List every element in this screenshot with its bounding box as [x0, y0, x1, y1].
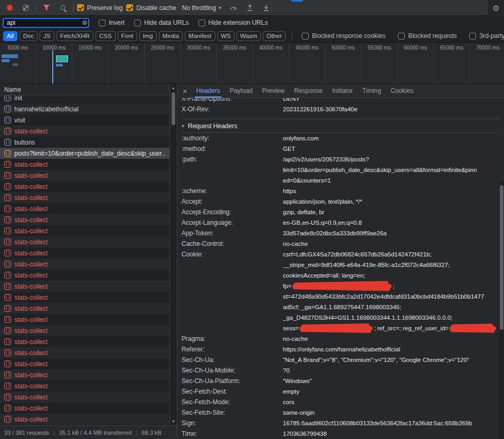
request-row[interactable]: {}stats-collect [0, 259, 169, 270]
request-row[interactable]: {}stats-collect [0, 403, 169, 414]
filter-toggle-button[interactable] [40, 2, 53, 14]
tab-timing[interactable]: Timing [358, 84, 386, 98]
network-overview[interactable]: 5000 ms10000 ms15000 ms20000 ms25000 ms3… [0, 43, 504, 84]
request-row[interactable]: {}stats-collect [0, 181, 169, 192]
tab-preview[interactable]: Preview [258, 84, 290, 98]
record-button[interactable] [3, 2, 16, 14]
request-row[interactable]: {}stats-collect [0, 126, 169, 137]
clear-input-icon[interactable]: ⊗ [82, 19, 88, 26]
throttling-select[interactable]: No throttling ▾ [180, 4, 224, 12]
scrollbar-thumb[interactable] [172, 92, 175, 125]
request-row[interactable]: {}stats-collect [0, 392, 169, 403]
header-value-line: __stripe_mid=9df140f6-e64a-419e-85fc-a1c… [283, 260, 499, 270]
scrollbar-thumb[interactable] [500, 185, 503, 330]
request-row[interactable]: {}stats-collect [0, 325, 169, 336]
timeline-tick-label: 15000 ms [79, 45, 102, 51]
resource-type-filters: AllDocJSFetch/XHRCSSFontImgMediaManifest… [3, 31, 286, 41]
tab-response[interactable]: Response [289, 84, 327, 98]
tab-headers[interactable]: Headers [192, 84, 225, 98]
extra-filter-checkbox-0[interactable]: Blocked response cookies [302, 32, 385, 40]
name-column-header[interactable]: Name [0, 84, 169, 96]
chevron-down-icon: ▾ [218, 5, 221, 11]
request-list-scrollbar[interactable]: ▲ ▼ [170, 84, 177, 425]
type-filter-js[interactable]: JS [40, 31, 54, 41]
tab-payload[interactable]: Payload [225, 84, 257, 98]
type-filter-wasm[interactable]: Wasm [236, 31, 261, 41]
details-scrollbar[interactable] [499, 182, 504, 439]
request-row[interactable]: {}buttons [0, 137, 169, 148]
export-har-button[interactable] [260, 2, 272, 14]
request-row[interactable]: {}stats-collect [0, 203, 169, 214]
script-file-icon: {} [4, 250, 11, 256]
type-filter-other[interactable]: Other [263, 31, 286, 41]
type-filter-img[interactable]: Img [139, 31, 157, 41]
request-name: stats-collect [14, 272, 47, 279]
type-filter-manifest[interactable]: Manifest [185, 31, 215, 41]
request-row[interactable]: {}stats-collect [0, 192, 169, 203]
request-name: stats-collect [14, 238, 47, 246]
request-row[interactable]: {}stats-collect [0, 214, 169, 225]
tab-cookies[interactable]: Cookies [386, 84, 418, 98]
scroll-down-icon[interactable]: ▼ [172, 419, 175, 423]
type-filter-css[interactable]: CSS [96, 31, 116, 41]
header-value-line: onlyfans.com [283, 133, 499, 144]
request-row[interactable]: {}stats-collect [0, 236, 169, 247]
request-row[interactable]: {}stats-collect [0, 225, 169, 236]
request-row[interactable]: {}stats-collect [0, 347, 169, 358]
timeline-tick-label: 20000 ms [115, 45, 138, 51]
request-name: stats-collect [14, 349, 47, 357]
header-value-line: cookiesAccepted=all; lang=en; [283, 270, 499, 281]
hide-extension-urls-checkbox[interactable]: Hide extension URLs [198, 19, 268, 26]
network-filter-input[interactable] [3, 18, 89, 28]
header-value: same-origin [283, 407, 499, 418]
invert-checkbox[interactable]: Invert [99, 19, 125, 26]
checkbox-unchecked-icon [302, 33, 309, 40]
timeline-tick: 5000 ms [0, 43, 36, 83]
type-filter-ws[interactable]: WS [217, 31, 235, 41]
clear-button[interactable] [20, 2, 32, 14]
header-name: Sec-Ch-Ua-Mobile: [182, 365, 283, 376]
type-filter-font[interactable]: Font [118, 31, 137, 41]
request-row[interactable]: {}stats-collect [0, 159, 169, 170]
request-row[interactable]: {}stats-collect [0, 380, 169, 392]
request-name: stats-collect [14, 327, 47, 335]
request-row[interactable]: {}stats-collect [0, 281, 169, 292]
request-row[interactable]: {}visit [0, 114, 169, 126]
request-row[interactable]: {}hannahelizabethofficial [0, 103, 169, 114]
header-row: X-Of-Rev:202312261916-30670fa40e [182, 104, 499, 114]
request-headers-section-toggle[interactable]: ▾ Request Headers [182, 119, 499, 133]
extra-filter-checkbox-2[interactable]: 3rd-party requests [469, 32, 504, 40]
request-row[interactable]: {}stats-collect [0, 414, 169, 425]
scroll-up-icon[interactable]: ▲ [172, 86, 175, 90]
settings-gear-icon[interactable]: ⚙ [492, 4, 499, 12]
tab-initiator[interactable]: Initiator [327, 84, 357, 98]
request-row[interactable]: {}stats-collect [0, 314, 169, 325]
type-filter-doc[interactable]: Doc [20, 31, 37, 41]
type-filter-fetch-xhr[interactable]: Fetch/XHR [56, 31, 93, 41]
type-filter-all[interactable]: All [3, 31, 17, 41]
type-filter-media[interactable]: Media [159, 31, 183, 41]
network-conditions-button[interactable] [227, 2, 240, 14]
request-row[interactable]: {}stats-collect [0, 358, 169, 369]
request-row[interactable]: {}stats-collect [0, 303, 169, 314]
request-name: posts?limit=10&order=publish_date_desc&s… [14, 150, 165, 157]
request-row[interactable]: {}stats-collect [0, 170, 169, 181]
request-row[interactable]: {}stats-collect [0, 336, 169, 347]
request-row[interactable]: {}stats-collect [0, 369, 169, 380]
hide-data-urls-checkbox[interactable]: Hide data URLs [134, 19, 189, 26]
request-row[interactable]: {}stats-collect [0, 292, 169, 303]
text-segment: ?0 [283, 367, 290, 374]
extra-filter-checkbox-1[interactable]: Blocked requests [398, 32, 457, 40]
request-row[interactable]: {}stats-collect [0, 270, 169, 281]
header-name: Sec-Ch-Ua: [182, 355, 283, 365]
header-value-line: same-origin [283, 407, 499, 418]
import-har-button[interactable] [243, 2, 256, 14]
close-icon[interactable]: × [183, 87, 187, 95]
request-row[interactable]: {}init [0, 96, 169, 103]
request-name: stats-collect [14, 405, 47, 412]
request-row[interactable]: {}stats-collect [0, 247, 169, 259]
request-row[interactable]: {}posts?limit=10&order=publish_date_desc… [0, 148, 169, 159]
search-button[interactable] [56, 2, 69, 14]
preserve-log-checkbox[interactable]: Preserve log [77, 4, 122, 12]
disable-cache-checkbox[interactable]: Disable cache [126, 4, 176, 12]
